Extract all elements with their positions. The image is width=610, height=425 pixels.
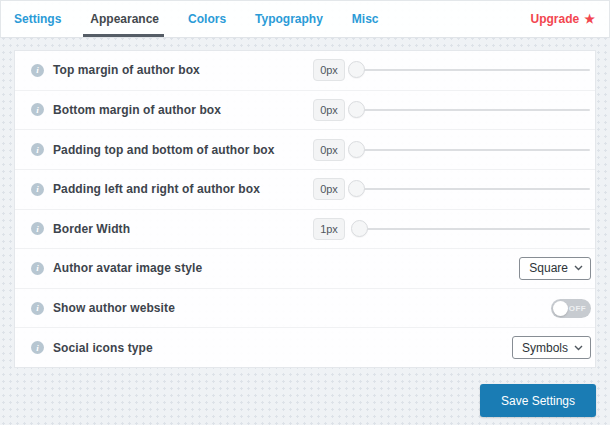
- setting-label: Show author website: [53, 301, 175, 315]
- border-width-slider[interactable]: [348, 220, 591, 238]
- social-icons-selected-value: Symbols: [522, 341, 568, 355]
- setting-row-top-margin: i Top margin of author box 0px: [15, 51, 595, 91]
- social-icons-type-select[interactable]: Symbols: [512, 336, 591, 359]
- tab-appearance[interactable]: Appearance: [90, 1, 159, 37]
- setting-row-bottom-margin: i Bottom margin of author box 0px: [15, 91, 595, 131]
- settings-card: i Top margin of author box 0px i Bottom …: [14, 50, 596, 368]
- info-icon[interactable]: i: [31, 103, 44, 116]
- info-icon[interactable]: i: [31, 341, 44, 354]
- upgrade-link[interactable]: Upgrade ★: [531, 1, 595, 37]
- setting-label: Top margin of author box: [53, 63, 200, 77]
- toggle-knob[interactable]: [553, 301, 568, 316]
- slider-value-badge: 1px: [313, 218, 345, 240]
- author-website-toggle[interactable]: OFF: [551, 299, 591, 318]
- setting-label: Border Width: [53, 222, 130, 236]
- save-settings-button[interactable]: Save Settings: [480, 384, 596, 417]
- setting-label: Social icons type: [53, 341, 153, 355]
- slider-track[interactable]: [357, 188, 590, 190]
- slider-track[interactable]: [357, 69, 590, 71]
- tab-colors[interactable]: Colors: [188, 1, 226, 37]
- toggle-state-label: OFF: [569, 304, 586, 313]
- slider-track[interactable]: [357, 228, 590, 230]
- slider-handle[interactable]: [348, 101, 365, 118]
- slider-value-badge: 0px: [313, 99, 345, 121]
- upgrade-label: Upgrade: [531, 12, 580, 26]
- info-icon[interactable]: i: [31, 183, 44, 196]
- setting-label: Padding top and bottom of author box: [53, 143, 275, 157]
- slider-handle[interactable]: [348, 141, 365, 158]
- setting-row-show-website: i Show author website OFF: [15, 289, 595, 329]
- slider-track[interactable]: [357, 149, 590, 151]
- info-icon[interactable]: i: [31, 143, 44, 156]
- tab-bar: Settings Appearance Colors Typography Mi…: [0, 0, 610, 38]
- setting-row-padding-top-bottom: i Padding top and bottom of author box 0…: [15, 130, 595, 170]
- setting-row-social-icons-type: i Social icons type Symbols: [15, 328, 595, 367]
- slider-value-badge: 0px: [313, 178, 345, 200]
- tab-settings[interactable]: Settings: [14, 1, 61, 37]
- setting-row-avatar-style: i Author avatar image style Square: [15, 249, 595, 289]
- slider-handle[interactable]: [351, 220, 368, 237]
- setting-row-border-width: i Border Width 1px: [15, 210, 595, 250]
- setting-label: Author avatar image style: [53, 261, 202, 275]
- slider-value-badge: 0px: [313, 139, 345, 161]
- avatar-style-select[interactable]: Square: [519, 257, 591, 280]
- tab-misc[interactable]: Misc: [352, 1, 379, 37]
- padding-top-bottom-slider[interactable]: [348, 141, 591, 159]
- bottom-margin-slider[interactable]: [348, 101, 591, 119]
- setting-label: Padding left and right of author box: [53, 182, 260, 196]
- top-margin-slider[interactable]: [348, 61, 591, 79]
- padding-left-right-slider[interactable]: [348, 180, 591, 198]
- setting-label: Bottom margin of author box: [53, 103, 221, 117]
- slider-value-badge: 0px: [313, 59, 345, 81]
- info-icon[interactable]: i: [31, 222, 44, 235]
- slider-handle[interactable]: [348, 61, 365, 78]
- tab-typography[interactable]: Typography: [255, 1, 323, 37]
- setting-row-padding-left-right: i Padding left and right of author box 0…: [15, 170, 595, 210]
- slider-handle[interactable]: [348, 180, 365, 197]
- star-icon: ★: [584, 13, 595, 25]
- chevron-down-icon: [574, 265, 583, 271]
- info-icon[interactable]: i: [31, 64, 44, 77]
- chevron-down-icon: [574, 345, 583, 351]
- info-icon[interactable]: i: [31, 262, 44, 275]
- avatar-style-selected-value: Square: [529, 261, 568, 275]
- slider-track[interactable]: [357, 109, 590, 111]
- info-icon[interactable]: i: [31, 302, 44, 315]
